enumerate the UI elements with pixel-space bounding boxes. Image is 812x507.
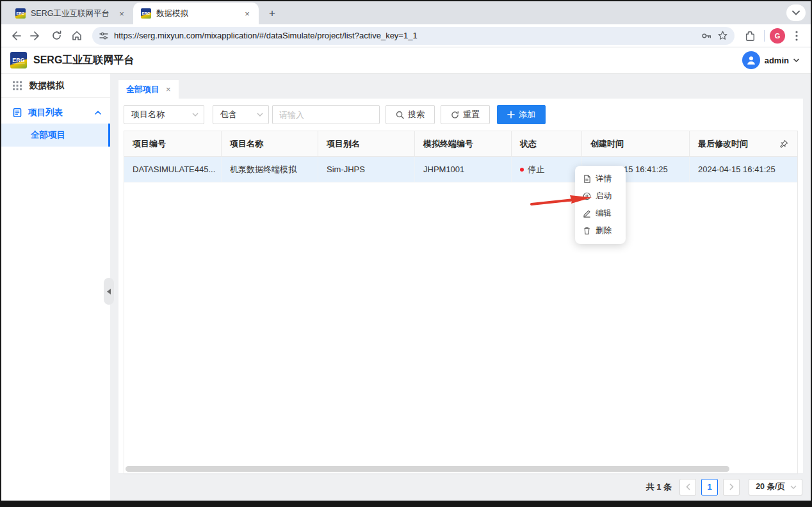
cell-project-no: DATASIMULATE445... (124, 157, 222, 182)
toolbar-divider (764, 30, 765, 42)
browser-tab-title: 数据模拟 (156, 8, 237, 19)
main-area: 全部项目 × 项目名称 包含 (110, 74, 811, 501)
caret-down-icon[interactable] (793, 58, 799, 62)
table-header-row: 项目编号 项目名称 项目别名 模拟终端编号 状态 创建时间 最后修改时间 (124, 131, 797, 157)
app-title: SERG工业互联网平台 (33, 54, 134, 67)
field-select[interactable]: 项目名称 (124, 105, 204, 124)
reload-button[interactable] (47, 27, 65, 45)
reset-button-label: 重置 (463, 109, 480, 120)
apps-grid-icon (13, 81, 22, 90)
browser-tab-data-simulate[interactable]: ERG 数据模拟 × (133, 3, 259, 24)
tab-search-button[interactable] (786, 4, 806, 21)
detail-file-icon (583, 175, 591, 183)
status-stopped-dot (520, 168, 524, 172)
url-text: https://serg.mixyun.com/mixapplication/#… (114, 31, 695, 40)
app-header: ERG SERG工业互联网平台 admin (1, 47, 811, 74)
horizontal-scrollbar[interactable] (126, 466, 797, 472)
back-icon (10, 30, 21, 42)
person-icon (745, 54, 757, 66)
operator-select-value: 包含 (220, 109, 257, 120)
chevron-down-icon (257, 113, 263, 117)
prev-page-button[interactable] (679, 479, 696, 495)
search-button[interactable]: 搜索 (386, 105, 435, 124)
menu-item-label: 详情 (596, 173, 612, 184)
home-button[interactable] (68, 27, 86, 45)
content-area: 数据模拟 项目列表 全部项目 全部项目 × 项目名称 (1, 74, 811, 501)
cell-project-name: 机泵数据终端模拟 (222, 157, 318, 182)
menu-item-label: 删除 (596, 225, 612, 236)
pagination: 共 1 条 1 20 条/页 (118, 473, 803, 501)
column-header-last: 最后修改时间 (690, 131, 797, 156)
menu-item-label: 编辑 (596, 208, 612, 219)
page-tab-close-icon[interactable]: × (166, 84, 171, 94)
sidebar-collapse-handle[interactable] (104, 278, 114, 305)
sidebar-app-title[interactable]: 数据模拟 (1, 74, 110, 98)
back-button[interactable] (6, 27, 24, 45)
chevron-left-icon (686, 483, 690, 490)
new-tab-button[interactable]: + (264, 5, 280, 22)
field-select-value: 项目名称 (131, 109, 192, 120)
content-panel: 项目名称 包含 搜索 重置 (118, 99, 803, 473)
reset-button[interactable]: 重置 (441, 105, 490, 124)
browser-profile-avatar[interactable]: G (770, 28, 785, 44)
kebab-menu-icon (795, 31, 798, 41)
document-icon (13, 108, 22, 117)
search-icon (396, 111, 404, 119)
page-tab-all-projects[interactable]: 全部项目 × (118, 80, 179, 99)
collapse-left-icon (107, 289, 111, 294)
password-key-icon[interactable] (701, 30, 712, 42)
browser-tab-serg[interactable]: ERG SERG工业互联网平台 × (8, 3, 133, 24)
column-header: 模拟终端编号 (415, 131, 512, 156)
sidebar: 数据模拟 项目列表 全部项目 (1, 74, 110, 501)
menu-item-delete[interactable]: 删除 (575, 222, 626, 239)
url-bar[interactable]: https://serg.mixyun.com/mixapplication/#… (92, 27, 735, 45)
operator-select[interactable]: 包含 (213, 105, 269, 124)
cell-project-alias: Sim-JHPS (318, 157, 415, 182)
column-header: 项目别名 (318, 131, 415, 156)
table-row[interactable]: DATASIMULATE445... 机泵数据终端模拟 Sim-JHPS JHP… (124, 157, 797, 182)
browser-window: ERG SERG工业互联网平台 × ERG 数据模拟 × + (1, 1, 811, 501)
username[interactable]: admin (765, 56, 789, 65)
reload-icon (51, 30, 62, 41)
status-text: 停止 (528, 157, 544, 182)
app-logo: ERG (10, 52, 27, 68)
forward-icon (30, 30, 42, 42)
add-button[interactable]: 添加 (497, 105, 546, 124)
table-empty-area (124, 182, 797, 466)
scrollbar-thumb[interactable] (126, 466, 729, 472)
tab-close-icon[interactable]: × (242, 8, 252, 19)
sidebar-group-project-list[interactable]: 项目列表 (1, 102, 110, 124)
page-size-select[interactable]: 20 条/页 (749, 479, 802, 495)
column-header-label: 最后修改时间 (698, 131, 748, 156)
page-size-value: 20 条/页 (756, 481, 785, 492)
projects-table: 项目编号 项目名称 项目别名 模拟终端编号 状态 创建时间 最后修改时间 (124, 131, 798, 474)
pin-icon[interactable] (779, 140, 788, 149)
chevron-down-icon (192, 113, 199, 117)
next-page-button[interactable] (723, 479, 740, 495)
site-settings-icon[interactable] (99, 31, 109, 41)
bookmark-star-icon[interactable] (717, 30, 728, 41)
user-avatar[interactable] (742, 51, 760, 69)
extensions-icon[interactable] (741, 27, 759, 45)
menu-item-detail[interactable]: 详情 (575, 170, 626, 188)
sidebar-item-all-projects[interactable]: 全部项目 (1, 124, 110, 147)
serg-favicon: ERG (141, 8, 151, 19)
cell-status: 停止 (512, 157, 582, 182)
tab-close-icon[interactable]: × (117, 8, 127, 19)
sidebar-group-label: 项目列表 (28, 107, 63, 118)
chevron-up-icon (95, 111, 101, 115)
filter-bar: 项目名称 包含 搜索 重置 (124, 105, 798, 124)
home-icon (71, 30, 83, 42)
browser-tab-bar: ERG SERG工业互联网平台 × ERG 数据模拟 × + (1, 1, 811, 24)
filter-value-input[interactable] (272, 105, 380, 124)
reset-icon (451, 111, 459, 119)
annotation-arrow (530, 190, 593, 208)
page-number-button[interactable]: 1 (701, 479, 718, 495)
browser-menu-button[interactable] (788, 27, 806, 45)
column-header: 项目名称 (222, 131, 318, 156)
menu-item-label: 启动 (596, 191, 612, 202)
search-button-label: 搜索 (408, 109, 425, 120)
cell-modified-at: 2024-04-15 16:41:25 (690, 157, 797, 182)
add-button-label: 添加 (519, 109, 535, 120)
forward-button[interactable] (27, 27, 45, 45)
